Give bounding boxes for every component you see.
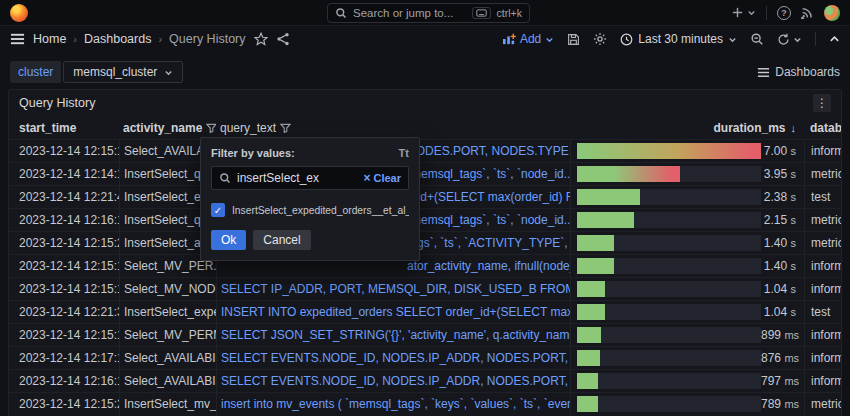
cluster-variable-dropdown[interactable]: memsql_cluster [63,61,183,83]
duration-bar [577,373,598,389]
global-search-input[interactable]: Search or jump to... ctrl+k [327,3,530,23]
filter-funnel-icon[interactable] [280,123,291,133]
duration-bar [577,396,598,412]
table-row: 2023-12-14 12:15:15 Select_MV_PER... ato… [9,254,841,277]
duration-bar-track [577,212,761,228]
header-duration-ms[interactable]: duration_ms ↓ [570,121,804,135]
duration-bar-track [577,327,761,343]
header-activity-name[interactable]: activity_name [119,121,216,135]
breadcrumb-separator: › [158,33,162,45]
cell-duration: 1.40 s [570,232,804,254]
sort-desc-icon[interactable]: ↓ [791,122,797,134]
header-query-text[interactable]: query_text [216,121,570,135]
cell-database: test [804,301,841,323]
header-start-time[interactable]: start_time [9,121,119,135]
time-range-picker[interactable]: Last 30 minutes [620,32,737,46]
cell-database: inform [804,255,841,277]
duration-value: 1.04 s [761,282,804,296]
query-history-panel: Query History ⋮ start_time activity_name… [8,89,842,416]
cell-activity-name: InsertSelect_mv_e... [119,393,216,415]
nav-right-actions: ? [731,5,840,21]
duration-bar-track [577,166,761,182]
keyboard-icon [472,7,491,19]
favorite-star-icon[interactable] [254,32,268,46]
duration-bar-track [577,396,761,412]
duration-value: 2.38 s [761,190,804,204]
new-button[interactable] [731,6,756,19]
cell-duration: 1.04 s [570,301,804,323]
breadcrumb: Home › Dashboards › Query History [33,32,246,46]
help-icon[interactable]: ? [777,6,791,20]
collapse-chevron-up-icon[interactable] [829,34,840,45]
match-case-toggle-icon[interactable]: Tt [399,147,409,159]
duration-bar-track [577,189,761,205]
cell-query-text-link[interactable]: SELECT IP_ADDR, PORT, MEMSQL_DIR, DISK_U… [216,278,570,300]
cell-query-text-link[interactable]: SELECT EVENTS.NODE_ID, NODES.IP_ADDR, NO… [216,347,570,369]
duration-bar [577,281,605,297]
cell-duration: 797 ms [570,370,804,392]
add-panel-button[interactable]: Add [502,32,554,46]
cluster-variable: cluster memsql_cluster [10,61,183,83]
duration-bar-track [577,281,761,297]
divider [815,32,816,46]
top-nav: Search or jump to... ctrl+k ? [0,0,850,26]
cell-activity-name: InsertSelect_expe... [119,301,216,323]
cancel-button[interactable]: Cancel [253,230,310,250]
cell-activity-name: Select_AVAILABILI... [119,347,216,369]
grafana-logo-icon[interactable] [10,4,28,22]
cell-query-text-link[interactable]: SELECT JSON_SET_STRING('{}', 'activity_n… [216,324,570,346]
cell-query-text-link[interactable]: INSERT INTO expedited_orders SELECT orde… [216,301,570,323]
table-row: 2023-12-14 12:16:17 InsertSelect_q `mems… [9,208,841,231]
menu-hamburger-icon[interactable] [10,33,25,45]
clear-label: Clear [373,172,401,184]
duration-value: 3.95 s [761,167,804,181]
cell-query-text-link[interactable]: SELECT EVENTS.NODE_ID, NODES.IP_ADDR, NO… [216,370,570,392]
breadcrumb-home[interactable]: Home [33,32,66,46]
cell-database: inform [804,370,841,392]
settings-gear-icon[interactable] [593,32,607,46]
cell-duration: 1.40 s [570,255,804,277]
ok-button[interactable]: Ok [211,230,246,250]
search-shortcut: ctrl+k [497,7,522,19]
cell-start-time: 2023-12-14 12:15:21 [9,232,119,254]
filter-funnel-icon[interactable] [206,123,216,133]
cell-start-time: 2023-12-14 12:16:17 [9,209,119,231]
news-rss-icon[interactable] [801,6,814,19]
checkbox-checked-icon[interactable]: ✓ [211,203,225,217]
refresh-icon[interactable] [777,33,802,46]
close-x-icon: × [363,171,370,185]
duration-value: 1.04 s [761,305,804,319]
zoom-out-icon[interactable] [750,32,764,46]
clear-filter-button[interactable]: × Clear [363,171,401,185]
cell-database: inform [804,140,841,162]
duration-bar [577,258,614,274]
cell-database: metric [804,209,841,231]
cluster-variable-label: cluster [10,61,61,83]
cell-duration: 2.38 s [570,186,804,208]
cell-database: inform [804,324,841,346]
cell-duration: 2.15 s [570,209,804,231]
user-avatar[interactable] [824,5,840,21]
cell-start-time: 2023-12-14 12:15:15 [9,255,119,277]
search-icon [335,7,347,19]
panel-menu-kebab-icon[interactable]: ⋮ [813,94,831,112]
filter-option-row[interactable]: ✓ InsertSelect_expedited_orders__et_al_4… [211,203,409,217]
cell-query-text-link[interactable]: insert into mv_events ( `memsql_tags`, `… [216,393,570,415]
breadcrumb-dashboards[interactable]: Dashboards [84,32,151,46]
panel-header[interactable]: Query History ⋮ [9,90,841,116]
cell-activity-name: Select_MV_PERMI... [119,324,216,346]
duration-bar-track [577,235,761,251]
dashboards-list-button[interactable]: Dashboards [757,65,840,79]
header-database[interactable]: database [804,121,841,135]
share-icon[interactable] [276,32,290,46]
table-row: 2023-12-14 12:15:21 InsertSelect_ac tags… [9,231,841,254]
duration-value: 789 ms [761,397,804,411]
duration-value: 2.15 s [761,213,804,227]
divider [766,6,767,20]
duration-bar [577,189,640,205]
save-dashboard-icon[interactable] [567,33,580,46]
breadcrumb-separator: › [73,33,77,45]
table-row: 2023-12-14 12:15:15 Select_AVAILABILI...… [9,139,841,162]
filter-search-input[interactable]: insertSelect_ex × Clear [211,166,409,190]
duration-bar [577,327,601,343]
